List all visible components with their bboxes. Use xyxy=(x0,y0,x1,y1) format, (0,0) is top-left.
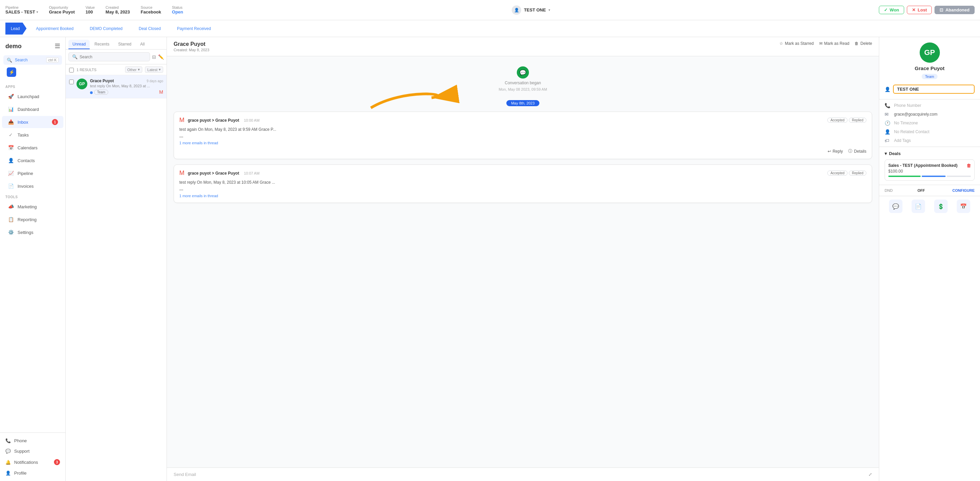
gmail-icon-2: M xyxy=(179,170,185,177)
abandoned-label: Abandoned xyxy=(945,8,970,13)
search-label: Search xyxy=(15,58,28,62)
sort-select[interactable]: Latest ▾ xyxy=(145,67,163,73)
related-contact-value[interactable]: No Related Contact xyxy=(894,129,929,134)
send-email-placeholder: Send Email xyxy=(173,472,196,477)
calendars-label: Calendars xyxy=(18,145,37,150)
notifications-icon: 🔔 xyxy=(5,460,11,465)
message-header-1: M grace puyot > Grace Puyot 10:00 AM Acc… xyxy=(179,117,866,124)
timezone-row: 🕐 No Timezone xyxy=(885,120,975,126)
mark-read-button[interactable]: ✉ Mark as Read xyxy=(819,41,850,46)
stage-demo-completed[interactable]: DEMO Completed xyxy=(80,22,129,35)
deals-section: ▾ Deals Sales - TEST (Appointment Booked… xyxy=(879,147,980,185)
stage-lead[interactable]: Lead xyxy=(5,22,27,35)
sidebar-item-dashboard[interactable]: 📊 Dashboard xyxy=(2,103,64,115)
contact-avatar-large: GP xyxy=(920,43,940,63)
reply-button-1[interactable]: ↩ Reply xyxy=(827,148,843,154)
sidebar-item-marketing[interactable]: 📣 Marketing xyxy=(2,200,64,213)
delete-button[interactable]: 🗑 Delete xyxy=(854,41,872,46)
inbox-label: Inbox xyxy=(18,120,28,125)
inbox-search-box[interactable]: 🔍 xyxy=(68,52,150,61)
sidebar-search[interactable]: 🔍 Search ctrl K xyxy=(3,55,62,65)
sidebar-item-invoices[interactable]: 📄 Invoices xyxy=(2,180,64,192)
user-icon: 👤 xyxy=(885,87,890,92)
message-thread-1[interactable]: 1 more emails in thread xyxy=(179,141,866,145)
assigned-input[interactable]: TEST ONE xyxy=(893,85,975,94)
sidebar-item-tasks[interactable]: ✓ Tasks xyxy=(2,129,64,141)
opportunity-value: Grace Puyot xyxy=(49,10,75,14)
compose-icon[interactable]: ✏️ xyxy=(158,54,164,60)
tab-recents[interactable]: Recents xyxy=(90,40,113,49)
trash-icon: 🗑 xyxy=(854,41,859,46)
phone-label: Phone xyxy=(14,438,27,443)
document-icon-button[interactable]: 📄 xyxy=(912,200,925,213)
lightning-button[interactable]: ⚡ xyxy=(7,67,16,77)
details-label-1: Details xyxy=(854,149,866,154)
mark-starred-button[interactable]: ☆ Mark as Starred xyxy=(780,41,813,46)
sidebar-item-contacts[interactable]: 👤 Contacts xyxy=(2,154,64,167)
sidebar-item-launchpad[interactable]: 🚀 Launchpad xyxy=(2,90,64,102)
assignee-name[interactable]: TEST ONE xyxy=(524,8,546,13)
message-thread-2[interactable]: 1 more emails in thread xyxy=(179,194,866,198)
sidebar-item-pipeline[interactable]: 📈 Pipeline xyxy=(2,167,64,179)
pipeline-label: Pipeline xyxy=(18,171,33,176)
timezone-value[interactable]: No Timezone xyxy=(894,121,918,125)
chat-icon-button[interactable]: 💬 xyxy=(889,200,902,213)
lost-button[interactable]: ✕ Lost xyxy=(907,6,932,14)
sidebar-item-calendars[interactable]: 📅 Calendars xyxy=(2,141,64,154)
phone-icon: 📞 xyxy=(5,438,11,443)
right-info-rows: 📞 Phone Number ✉ grace@goacquirely.com 🕐… xyxy=(879,100,980,147)
mark-starred-label: Mark as Starred xyxy=(785,41,813,46)
status-badges: ✓ Won ✕ Lost ⊡ Abandoned xyxy=(879,6,975,14)
dollar-icon-button[interactable]: 💲 xyxy=(934,200,948,213)
message-tags-1: Accepted Replied xyxy=(827,117,866,123)
chevron-down-icon: ▾ xyxy=(885,151,887,156)
sidebar-item-reporting[interactable]: 📋 Reporting xyxy=(2,213,64,225)
pipeline-chevron-icon: ▾ xyxy=(37,10,38,14)
tab-unread[interactable]: Unread xyxy=(68,40,90,49)
stage-deal-closed[interactable]: Deal Closed xyxy=(129,22,167,35)
opportunity-section: Opportunity Grace Puyot xyxy=(49,5,75,14)
details-button-1[interactable]: ⓘ Details xyxy=(848,148,866,154)
configure-button[interactable]: CONFIGURE xyxy=(952,189,975,192)
tags-value[interactable]: Add Tags xyxy=(894,138,911,143)
won-button[interactable]: ✓ Won xyxy=(879,6,904,14)
stage-payment-received[interactable]: Payment Received xyxy=(167,22,218,35)
sidebar-item-notifications[interactable]: 🔔 Notifications 3 xyxy=(0,456,65,468)
sidebar-item-profile[interactable]: 👤 Profile xyxy=(0,468,65,478)
conversation-area: Grace Puyot Created: May 8, 2023 ☆ Mark … xyxy=(167,37,879,481)
send-email-area[interactable]: Send Email ⤢ xyxy=(167,468,879,481)
tab-starred[interactable]: Starred xyxy=(114,40,135,49)
pipeline-select[interactable]: SALES - TEST ▾ xyxy=(5,10,38,14)
sidebar-item-phone[interactable]: 📞 Phone xyxy=(0,435,65,446)
conversation-item[interactable]: GP Grace Puyot 9 days ago test reply On … xyxy=(66,75,167,98)
deal-delete-button[interactable]: 🗑 xyxy=(967,163,971,168)
sidebar-item-support[interactable]: 💬 Support xyxy=(0,446,65,456)
conversation-checkbox[interactable] xyxy=(69,79,74,84)
source-value: Facebook xyxy=(141,10,161,14)
conversation-started-text: Conversation began xyxy=(505,81,541,85)
deal-progress-bar-1 xyxy=(888,176,921,177)
value-label: Value xyxy=(86,5,95,10)
email-value: grace@goacquirely.com xyxy=(894,112,937,117)
hamburger-icon[interactable]: ☰ xyxy=(55,43,60,50)
created-value: May 8, 2023 xyxy=(105,10,130,14)
message-from-2: grace puyot > Grace Puyot xyxy=(188,171,239,176)
phone-value[interactable]: Phone Number xyxy=(894,103,921,108)
pipeline-label: Pipeline xyxy=(5,5,38,10)
gmail-icon: M xyxy=(159,89,163,95)
select-all-checkbox[interactable] xyxy=(69,68,74,73)
abandoned-button[interactable]: ⊡ Abandoned xyxy=(934,6,975,14)
calendar-icon-button[interactable]: 📅 xyxy=(957,200,970,213)
sidebar-item-settings[interactable]: ⚙️ Settings xyxy=(2,226,64,238)
filter-select[interactable]: Other ▾ xyxy=(125,67,143,73)
filter-icon[interactable]: ⊟ xyxy=(152,54,156,60)
settings-label: Settings xyxy=(18,230,33,235)
message-body-2: test reply On Mon, May 8, 2023 at 10:05 … xyxy=(179,179,866,186)
stage-appointment-booked[interactable]: Appointment Booked xyxy=(27,22,80,35)
conversation-contact-info: Grace Puyot Created: May 8, 2023 xyxy=(173,41,209,52)
sidebar-item-inbox[interactable]: 📥 Inbox 1 xyxy=(2,116,64,128)
tab-all[interactable]: All xyxy=(136,40,149,49)
search-input[interactable] xyxy=(80,55,146,59)
reply-label-1: Reply xyxy=(833,149,843,154)
pipeline-section: Pipeline SALES - TEST ▾ xyxy=(5,5,38,14)
